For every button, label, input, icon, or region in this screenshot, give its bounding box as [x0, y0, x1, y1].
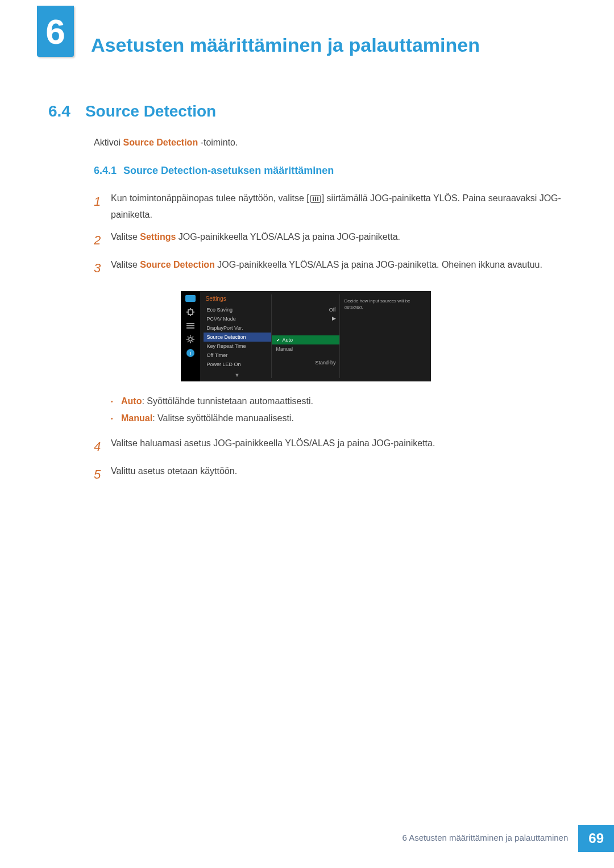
osd-value-led: Stand-by: [315, 360, 335, 369]
intro-suffix: -toiminto.: [198, 138, 238, 147]
step-highlight: Source Detection: [140, 260, 215, 269]
osd-item-pcav: PC/AV Mode: [204, 314, 271, 323]
option-descriptions: Auto: Syöttölähde tunnistetaan automaatt…: [111, 393, 574, 427]
subsection-number: 6.4.1: [94, 165, 117, 176]
bullet-label: Manual: [121, 413, 152, 423]
step-4: 4 Valitse haluamasi asetus JOG-painikkee…: [94, 435, 574, 458]
section-intro: Aktivoi Source Detection -toiminto.: [94, 138, 574, 148]
section-title: Source Detection: [85, 102, 216, 120]
osd-value-column: Off ▶ Stand-by: [315, 307, 335, 369]
steps-list: 1 Kun toimintonäppäinopas tulee näyttöön…: [94, 190, 574, 280]
section-heading: 6.4Source Detection: [48, 102, 574, 121]
page-number: 69: [578, 825, 614, 852]
resize-icon: [185, 308, 196, 316]
monitor-icon: [185, 294, 196, 302]
step-text: Valitse: [111, 260, 140, 269]
osd-value-pcav: ▶: [315, 315, 335, 325]
gear-icon: [185, 335, 196, 343]
steps-list-cont: 4 Valitse haluamasi asetus JOG-painikkee…: [94, 435, 574, 486]
page-footer: 6 Asetusten määrittäminen ja palauttamin…: [392, 825, 614, 852]
intro-highlight: Source Detection: [123, 138, 198, 147]
step-text: Valitse: [111, 232, 140, 242]
list-icon: [185, 322, 196, 330]
footer-chapter-ref: 6 Asetusten määrittäminen ja palauttamin…: [392, 825, 578, 852]
osd-sidebar: i: [181, 291, 200, 381]
chapter-header: 6 Asetusten määrittäminen ja palauttamin…: [37, 11, 574, 57]
bullet-manual: Manual: Valitse syöttölähde manuaalisest…: [111, 410, 574, 427]
osd-options-column: Off ▶ Stand-by Auto Manual: [272, 294, 340, 378]
step-body: Valitse haluamasi asetus JOG-painikkeell…: [111, 435, 574, 458]
intro-prefix: Aktivoi: [94, 138, 123, 147]
step-body: Valitse Source Detection JOG-painikkeell…: [111, 257, 574, 280]
osd-screenshot: i Settings Eco Saving PC/AV Mode Display…: [37, 291, 574, 381]
section-number: 6.4: [48, 102, 70, 120]
osd-item-eco: Eco Saving: [204, 305, 271, 314]
chapter-number-tab: 6: [37, 6, 74, 57]
step-number: 2: [94, 229, 111, 252]
step-number: 3: [94, 257, 111, 280]
bullet-label: Auto: [121, 396, 142, 406]
step-5: 5 Valittu asetus otetaan käyttöön.: [94, 463, 574, 486]
osd-item-offtimer: Off Timer: [204, 351, 271, 360]
subsection-title: Source Detection-asetuksen määrittäminen: [123, 165, 334, 176]
info-icon: i: [185, 349, 196, 357]
osd-title: Settings: [204, 294, 271, 305]
step-2: 2 Valitse Settings JOG-painikkeella YLÖS…: [94, 229, 574, 252]
step-1: 1 Kun toimintonäppäinopas tulee näyttöön…: [94, 190, 574, 223]
step-text: JOG-painikkeella YLÖS/ALAS ja paina JOG-…: [215, 260, 542, 269]
bullet-text: : Valitse syöttölähde manuaalisesti.: [152, 413, 294, 423]
svg-text:i: i: [189, 350, 190, 356]
step-number: 4: [94, 435, 111, 458]
step-body: Kun toimintonäppäinopas tulee näyttöön, …: [111, 190, 574, 223]
step-highlight: Settings: [140, 232, 176, 242]
step-number: 1: [94, 190, 111, 223]
step-text: JOG-painikkeella YLÖS/ALAS ja paina JOG-…: [176, 232, 400, 242]
chapter-title: Asetusten määrittäminen ja palauttaminen: [91, 17, 480, 56]
osd-item-led: Power LED On: [204, 360, 271, 369]
osd-menu-column: Settings Eco Saving PC/AV Mode DisplayPo…: [204, 294, 272, 378]
bullet-auto: Auto: Syöttölähde tunnistetaan automaatt…: [111, 393, 574, 410]
chevron-down-icon: ▼: [204, 369, 271, 378]
svg-point-1: [189, 338, 192, 341]
step-body: Valittu asetus otetaan käyttöön.: [111, 463, 574, 486]
step-3: 3 Valitse Source Detection JOG-painikkee…: [94, 257, 574, 280]
step-number: 5: [94, 463, 111, 486]
step-text: Kun toimintonäppäinopas tulee näyttöön, …: [111, 193, 309, 203]
bullet-text: : Syöttölähde tunnistetaan automaattises…: [142, 396, 313, 406]
osd-item-dp: DisplayPort Ver.: [204, 323, 271, 333]
subsection-heading: 6.4.1Source Detection-asetuksen määrittä…: [94, 165, 574, 177]
osd-item-key: Key Repeat Time: [204, 342, 271, 351]
menu-icon: [310, 195, 321, 203]
svg-rect-0: [188, 310, 193, 314]
osd-item-source-detection: Source Detection: [204, 333, 271, 342]
osd-help-text: Decide how input sources will be detecte…: [340, 294, 431, 378]
step-body: Valitse Settings JOG-painikkeella YLÖS/A…: [111, 229, 574, 252]
osd-value-eco: Off: [315, 307, 335, 316]
